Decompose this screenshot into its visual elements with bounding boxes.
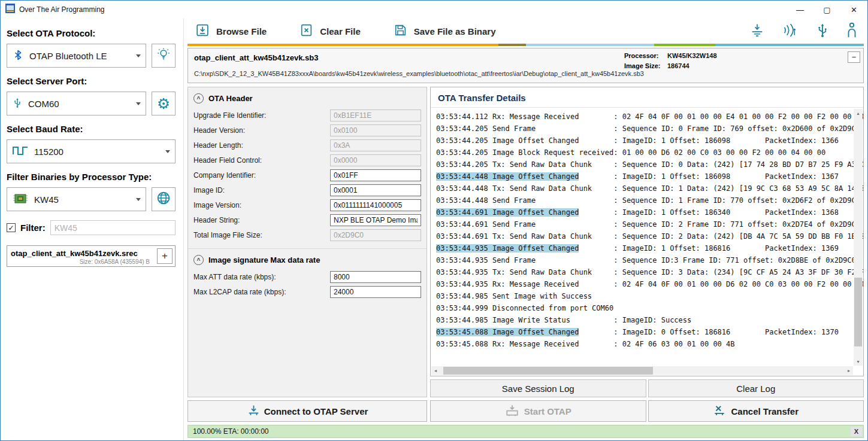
connect-otap-server-button[interactable]: Connect to OTAP Server: [187, 400, 427, 422]
save-session-log-button[interactable]: Save Session Log: [430, 379, 646, 397]
file-meta: Processor: KW45/K32W148 Image Size: 1867…: [624, 52, 717, 72]
log-line: 03:53:44.448 Image Offset Changed : Imag…: [436, 171, 850, 183]
rf-signal-button[interactable]: [782, 23, 799, 40]
progress-eta-text: 100.00% ETA: 00:00:00: [193, 427, 269, 436]
bluetooth-icon: [13, 50, 23, 62]
save-binary-button[interactable]: Save File as Binary: [393, 23, 496, 39]
browse-file-label: Browse File: [216, 26, 267, 37]
section-divider: [188, 248, 427, 249]
connect-icon: [247, 404, 261, 418]
port-settings-button[interactable]: ⚙: [152, 92, 176, 115]
filter-checkbox[interactable]: ✓: [7, 223, 16, 232]
horizontal-scroll-thumb[interactable]: [443, 367, 653, 375]
brand-strip-segment: [498, 44, 525, 46]
log-line: 03:53:44.205 Image Offset Changed : Imag…: [436, 135, 850, 147]
field-input[interactable]: [330, 271, 421, 283]
person-info-button[interactable]: [846, 22, 858, 41]
field-input[interactable]: [330, 169, 421, 181]
chevron-up-icon[interactable]: ^: [193, 255, 204, 265]
signature-title: Image signature Max data rate: [208, 256, 320, 264]
scroll-down-icon[interactable]: ▾: [854, 357, 863, 366]
clear-file-label: Clear File: [320, 26, 361, 37]
cancel-transfer-button[interactable]: Cancel Transfer: [648, 400, 864, 422]
port-label: Select Server Port:: [7, 76, 176, 86]
binary-list-item[interactable]: otap_client_att_kw45b41zevk.srec Size: 0…: [7, 245, 176, 267]
log-line: 03:53:44.935 Rx: Message Received : 02 4…: [436, 278, 850, 290]
field-input[interactable]: [330, 184, 421, 196]
add-binary-button[interactable]: +: [157, 248, 173, 264]
horizontal-scrollbar[interactable]: ◂ ▸: [431, 366, 853, 375]
ota-header-title: OTA Header: [208, 94, 253, 103]
field-input[interactable]: [330, 286, 421, 298]
action-buttons-row: Start OTAP Cancel Transfer: [430, 400, 864, 422]
field-row: Upgrade File Identifier:: [193, 110, 421, 121]
brand-strip: [187, 44, 864, 46]
usb-icon: [13, 97, 22, 110]
field-label: Total Image File Size:: [193, 231, 262, 239]
field-label: Image ID:: [193, 186, 225, 194]
baud-label: Select Baud Rate:: [7, 124, 176, 134]
brand-strip-segment: [654, 44, 715, 46]
globe-icon: [156, 191, 171, 208]
transfer-log[interactable]: 03:53:44.112 Rx: Message Received : 02 4…: [431, 108, 863, 376]
collapse-minus-icon: −: [852, 53, 857, 62]
log-line: 03:53:44.112 Rx: Message Received : 02 4…: [436, 111, 850, 123]
filter-input[interactable]: [50, 220, 176, 235]
gear-icon: ⚙: [157, 96, 170, 111]
scroll-up-icon[interactable]: ▴: [854, 109, 863, 117]
vertical-scroll-thumb[interactable]: [854, 278, 862, 346]
scroll-left-icon[interactable]: ◂: [431, 366, 440, 375]
status-close-button[interactable]: X: [851, 427, 862, 436]
toolbar-right-icons: [749, 22, 864, 41]
start-otap-label: Start OTAP: [524, 406, 571, 416]
minimize-button[interactable]: —: [787, 1, 813, 19]
field-label: Header String:: [193, 216, 240, 224]
field-input[interactable]: [330, 199, 421, 211]
usb-toolbar-button[interactable]: [816, 22, 828, 40]
field-input[interactable]: [330, 214, 421, 226]
signature-fields: Max ATT data rate (kbps):Max L2CAP data …: [193, 271, 421, 298]
vertical-scrollbar[interactable]: ▴ ▾: [854, 109, 863, 366]
transfer-details-title: OTA Transfer Details: [431, 87, 863, 108]
log-line: 03:53:44.985 Sent Image with Success: [436, 290, 850, 302]
chevron-up-icon[interactable]: ^: [193, 93, 204, 104]
signature-section-head: ^ Image signature Max data rate: [193, 255, 421, 265]
log-line: 03:53:44.691 Send Frame : Sequence ID: 2…: [436, 218, 850, 230]
log-line: 03:53:45.088 Image Offset Changed : Imag…: [436, 326, 850, 338]
browse-file-button[interactable]: Browse File: [195, 23, 267, 39]
log-line: 03:53:44.448 Tx: Send Raw Data Chunk : S…: [436, 183, 850, 194]
window-title: Over The Air Programming: [19, 5, 105, 14]
app-window: Over The Air Programming — ▢ ✕ Select OT…: [0, 0, 868, 441]
ota-header-fields: Upgrade File Identifier:Header Version:H…: [193, 110, 421, 241]
baud-select[interactable]: 115200: [7, 139, 176, 163]
field-row: Total Image File Size:: [193, 229, 421, 241]
chevron-down-icon: [136, 102, 141, 105]
protocol-label: Select OTA Protocol:: [7, 28, 176, 38]
processor-select[interactable]: KW45: [7, 187, 146, 211]
field-row: Max L2CAP data rate (kbps):: [193, 286, 421, 298]
processor-web-button[interactable]: [152, 187, 176, 211]
clear-file-button[interactable]: Clear File: [299, 23, 361, 39]
save-binary-icon: [393, 23, 408, 39]
scroll-right-icon[interactable]: ▸: [845, 366, 853, 375]
save-binary-label: Save File as Binary: [414, 26, 496, 37]
log-line: 03:53:44.691 Image Offset Changed : Imag…: [436, 206, 850, 218]
flash-download-button[interactable]: [749, 23, 765, 40]
protocol-select[interactable]: OTAP Bluetooth LE: [7, 44, 146, 68]
clear-file-icon: [299, 23, 314, 39]
port-value: COM60: [28, 99, 59, 109]
close-button[interactable]: ✕: [840, 1, 867, 19]
port-select[interactable]: COM60: [7, 92, 146, 115]
log-line: 03:53:44.935 Image Offset Changed : Imag…: [436, 242, 850, 254]
log-buttons-row: Save Session Log Clear Log: [430, 379, 864, 397]
field-label: Upgrade File Identifier:: [193, 111, 266, 120]
field-label: Image Version:: [193, 201, 241, 209]
clear-log-button[interactable]: Clear Log: [648, 379, 864, 397]
protocol-info-button[interactable]: [152, 44, 176, 68]
status-bar: 100.00% ETA: 00:00:00 X: [187, 425, 864, 438]
collapse-file-info-button[interactable]: −: [848, 51, 860, 63]
maximize-button[interactable]: ▢: [813, 1, 840, 19]
field-label: Header Version:: [193, 126, 245, 135]
filter-section-label: Filter Binaries by Processor Type:: [7, 172, 176, 182]
chevron-down-icon: [165, 150, 170, 153]
